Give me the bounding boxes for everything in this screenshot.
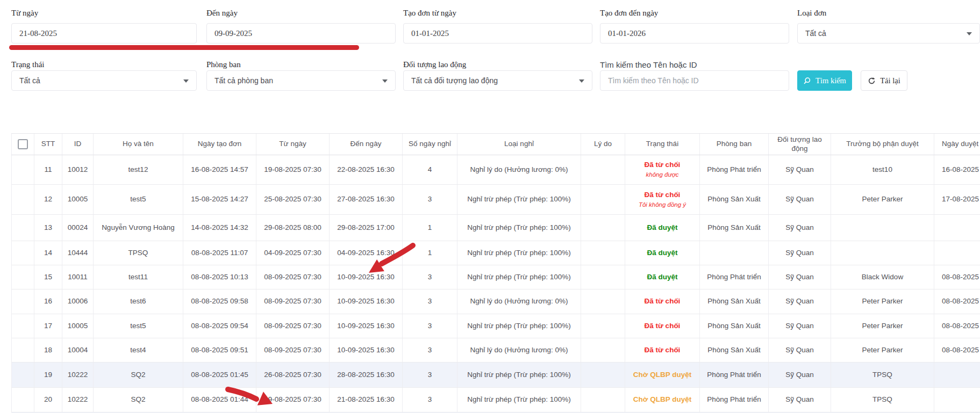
cell-stt: 17 xyxy=(34,314,62,338)
cell-subject: Sỹ Quan xyxy=(769,215,831,241)
cell-stt: 16 xyxy=(34,289,62,314)
search-button-label: Tìm kiếm xyxy=(816,76,846,85)
cell-days: 1 xyxy=(403,241,457,265)
cell-dept: Phòng Sản Xuất xyxy=(700,289,769,314)
status-select-value: Tất cả xyxy=(19,76,40,85)
cell-days: 3 xyxy=(403,289,457,314)
cell-type: Nghỉ trừ phép (Trừ phép: 100%) xyxy=(457,241,581,265)
to-date-input[interactable] xyxy=(206,23,396,44)
cell-stt: 13 xyxy=(34,215,62,241)
labor-subject-select[interactable]: Tất cả đối tượng lao động xyxy=(403,70,592,91)
cell-checkbox xyxy=(11,338,34,362)
cell-created: 08-08-2025 01:45 xyxy=(183,363,256,387)
table-row-19[interactable]: 1910222SQ208-08-2025 01:4526-08-2025 07:… xyxy=(11,363,980,388)
from-date-input[interactable] xyxy=(11,23,197,44)
cell-dept: Phòng Phát triển xyxy=(700,155,769,184)
cell-id: 10004 xyxy=(62,338,94,362)
cell-created: 16-08-2025 14:57 xyxy=(183,155,256,184)
col-header-id: ID xyxy=(62,134,94,155)
cell-subject: Sỹ Quan xyxy=(769,241,831,265)
cell-approver xyxy=(831,215,934,241)
search-icon xyxy=(803,77,811,85)
table-row-11[interactable]: 1110012test1216-08-2025 14:5719-08-2025 … xyxy=(11,155,980,185)
cell-approved xyxy=(934,388,980,412)
col-header-subject: Đối tượng lao động xyxy=(769,134,831,155)
cell-checkbox xyxy=(11,215,34,241)
cell-created: 08-08-2025 09:54 xyxy=(183,314,256,338)
table-row-18[interactable]: 1810004test408-08-2025 09:5108-09-2025 0… xyxy=(11,338,980,363)
col-header-reason: Lý do xyxy=(581,134,625,155)
cell-created: 08-08-2025 09:58 xyxy=(183,289,256,314)
cell-name: SQ2 xyxy=(94,388,183,412)
cell-id: 10011 xyxy=(62,265,94,289)
status-select[interactable]: Tất cả xyxy=(11,70,197,91)
cell-id: 00024 xyxy=(62,215,94,241)
cell-from: 04-09-2025 07:30 xyxy=(256,241,330,265)
cell-approved xyxy=(934,241,980,265)
cell-reason xyxy=(581,241,625,265)
search-button[interactable]: Tìm kiếm xyxy=(797,70,852,91)
cell-stt: 19 xyxy=(34,363,62,387)
col-header-created: Ngày tạo đơn xyxy=(183,134,256,155)
created-from-date-label: Tạo đơn từ ngày xyxy=(403,9,456,18)
request-type-select[interactable]: Tất cả xyxy=(797,23,980,44)
cell-reason xyxy=(581,388,625,412)
created-from-date-input[interactable] xyxy=(403,23,592,44)
department-select[interactable]: Tất cả phòng ban xyxy=(206,70,396,91)
cell-type: Nghỉ lý do (Hưởng lương: 0%) xyxy=(457,289,581,314)
cell-from: 19-08-2025 07:30 xyxy=(256,155,330,184)
cell-to: 22-08-2025 16:30 xyxy=(330,155,403,184)
leave-request-management-page: Từ ngày Đến ngày Tạo đơn từ ngày Tạo đơn… xyxy=(0,0,980,413)
cell-to: 28-08-2025 16:30 xyxy=(330,363,403,387)
cell-dept: Phòng Phát triển xyxy=(700,265,769,289)
cell-approved xyxy=(934,215,980,241)
table-row-15[interactable]: 1510011test1108-08-2025 10:1308-09-2025 … xyxy=(11,265,980,289)
cell-dept: Phòng Sản Xuất xyxy=(700,338,769,362)
cell-subject: Sỹ Quan xyxy=(769,155,831,184)
cell-days: 1 xyxy=(403,215,457,241)
cell-approved: 08-08-2025 xyxy=(934,338,980,362)
cell-days: 3 xyxy=(403,185,457,214)
table-row-17[interactable]: 1710005test508-08-2025 09:5408-09-2025 0… xyxy=(11,314,980,338)
cell-type: Nghỉ lý do (Hưởng lương: 0%) xyxy=(457,338,581,362)
col-header-days: Số ngày nghỉ xyxy=(403,134,457,155)
cell-dept: Phòng Phát triển xyxy=(700,363,769,387)
status-badge: Đã từ chối xyxy=(645,191,681,200)
cell-from: 08-09-2025 07:30 xyxy=(256,338,330,362)
cell-checkbox xyxy=(11,265,34,289)
cell-reason xyxy=(581,314,625,338)
cell-stt: 11 xyxy=(34,155,62,184)
cell-subject: Sỹ Quan xyxy=(769,314,831,338)
cell-to: 27-08-2025 16:30 xyxy=(330,185,403,214)
cell-name: test5 xyxy=(94,185,183,214)
cell-approver: Black Widow xyxy=(831,265,934,289)
col-header-approved: Ngày duyệt xyxy=(934,134,980,155)
cell-status: Đã từ chối xyxy=(625,314,700,338)
search-input[interactable] xyxy=(600,70,789,91)
created-to-date-input[interactable] xyxy=(600,23,789,44)
cell-created: 08-08-2025 01:44 xyxy=(183,388,256,412)
table-row-13[interactable]: 1300024Nguyễn Vương Hoàng14-08-2025 14:3… xyxy=(11,215,980,241)
cell-checkbox xyxy=(11,314,34,338)
table-row-20[interactable]: 2010222SQ208-08-2025 01:4419-08-2025 07:… xyxy=(11,388,980,412)
cell-reason xyxy=(581,215,625,241)
cell-stt: 14 xyxy=(34,241,62,265)
cell-checkbox xyxy=(11,185,34,214)
cell-name: test6 xyxy=(94,289,183,314)
cell-type: Nghỉ trừ phép (Trừ phép: 100%) xyxy=(457,185,581,214)
cell-reason xyxy=(581,289,625,314)
table-row-14[interactable]: 1410444TPSQ08-08-2025 11:0704-09-2025 07… xyxy=(11,241,980,265)
cell-approved: 16-08-2025 xyxy=(934,155,980,184)
cell-created: 08-08-2025 10:13 xyxy=(183,265,256,289)
cell-dept: Phòng Sản Xuất xyxy=(700,185,769,214)
reload-button[interactable]: Tải lại xyxy=(861,70,907,91)
table-row-12[interactable]: 1210005test515-08-2025 14:2725-08-2025 0… xyxy=(11,185,980,215)
cell-days: 3 xyxy=(403,314,457,338)
cell-days: 3 xyxy=(403,265,457,289)
cell-stt: 20 xyxy=(34,388,62,412)
cell-type: Nghỉ trừ phép (Trừ phép: 100%) xyxy=(457,363,581,387)
select-all-checkbox[interactable] xyxy=(18,139,28,149)
cell-status: Đã từ chốiTôi không đồng ý xyxy=(625,185,700,214)
table-row-16[interactable]: 1610006test608-08-2025 09:5808-09-2025 0… xyxy=(11,289,980,314)
cell-to: 10-09-2025 16:30 xyxy=(330,314,403,338)
